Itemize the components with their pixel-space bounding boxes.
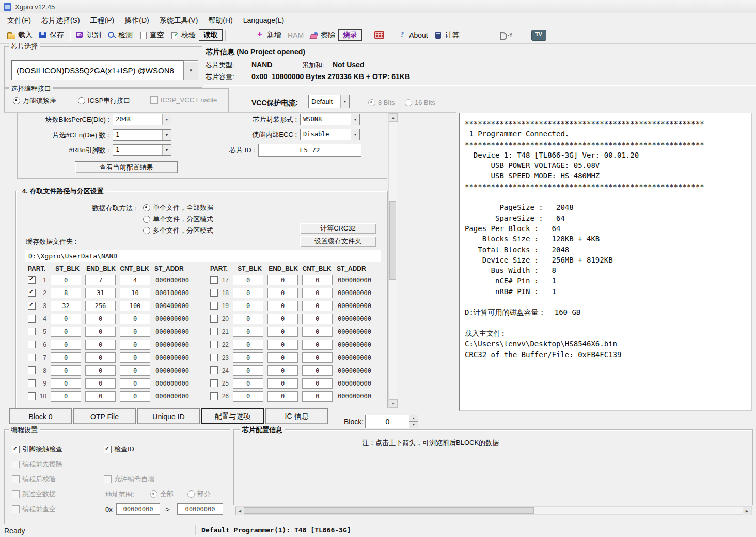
- toolbar-ram-button[interactable]: RAM: [285, 29, 307, 41]
- partition-st-blk-input[interactable]: 0: [233, 340, 263, 350]
- bottom-horizontal-scrollbar[interactable]: ◀ ▶: [235, 506, 752, 515]
- access-single-all-radio[interactable]: 单个文件，全部数据: [143, 203, 213, 212]
- partition-cnt-blk-input[interactable]: 0: [120, 340, 150, 350]
- tab-unique-id[interactable]: Unique ID: [137, 408, 200, 424]
- set-cache-folder-button[interactable]: 设置缓存文件夹: [300, 236, 376, 247]
- internal-ecc-combo[interactable]: Disable ▼: [300, 129, 360, 140]
- left-panel-scrollbar[interactable]: ▲ ▼: [388, 113, 397, 408]
- access-multi-part-radio[interactable]: 多个文件，分区模式: [143, 226, 213, 235]
- toolbar-test-button[interactable]: 检测: [104, 29, 136, 41]
- partition-enable-checkbox[interactable]: [210, 276, 218, 284]
- partition-st-blk-input[interactable]: 0: [233, 301, 263, 311]
- partition-end-blk-input[interactable]: 0: [85, 352, 116, 363]
- partition-st-blk-input[interactable]: 0: [233, 391, 263, 402]
- partition-cnt-blk-input[interactable]: 0: [302, 327, 333, 337]
- menu-file[interactable]: 文件(F): [2, 13, 36, 27]
- icsp-vcc-checkbox-option[interactable]: ICSP_VCC Enable: [150, 96, 217, 104]
- menu-project[interactable]: 工程(P): [85, 13, 120, 27]
- tab-otp-file[interactable]: OTP File: [73, 408, 136, 424]
- partition-cnt-blk-input[interactable]: 0: [302, 391, 333, 402]
- partition-end-blk-input[interactable]: 0: [85, 391, 116, 402]
- partition-cnt-blk-input[interactable]: 0: [302, 288, 333, 298]
- partition-enable-checkbox[interactable]: [210, 289, 218, 297]
- chip-id-field[interactable]: E5 72: [258, 144, 361, 157]
- menu-operation[interactable]: 操作(D): [119, 13, 154, 27]
- partition-st-blk-input[interactable]: 0: [233, 288, 263, 298]
- toolbar-save-button[interactable]: 保存: [36, 29, 67, 41]
- package-combo[interactable]: WSON8 ▼: [300, 114, 360, 125]
- partition-cnt-blk-input[interactable]: 0: [120, 378, 150, 389]
- partition-st-blk-input[interactable]: 0: [233, 378, 263, 389]
- toolbar-calc-button[interactable]: 计算: [431, 29, 463, 41]
- partition-end-blk-input[interactable]: 0: [85, 365, 116, 376]
- partition-st-blk-input[interactable]: 0: [51, 314, 81, 324]
- partition-enable-checkbox[interactable]: [28, 302, 36, 310]
- erase-before-checkbox[interactable]: 编程前先擦除: [12, 459, 62, 469]
- rbn-count-combo[interactable]: 1 ▼: [113, 144, 171, 156]
- partition-enable-checkbox[interactable]: [28, 289, 36, 297]
- partition-st-blk-input[interactable]: 32: [51, 301, 81, 311]
- partition-cnt-blk-input[interactable]: 0: [302, 340, 333, 350]
- partition-end-blk-input[interactable]: 0: [267, 275, 298, 285]
- partition-end-blk-input[interactable]: 256: [85, 301, 116, 311]
- partition-st-blk-input[interactable]: 0: [51, 378, 81, 389]
- partition-end-blk-input[interactable]: 0: [267, 288, 298, 298]
- partition-enable-checkbox[interactable]: [28, 341, 36, 348]
- partition-enable-checkbox[interactable]: [28, 379, 36, 387]
- socket-radio-option[interactable]: 万能锁紧座: [13, 96, 56, 105]
- partition-cnt-blk-input[interactable]: 0: [120, 314, 150, 324]
- partition-enable-checkbox[interactable]: [28, 315, 36, 323]
- auto-increment-checkbox[interactable]: 允许编号自增: [104, 474, 154, 484]
- toolbar-new-button[interactable]: 新增: [253, 29, 285, 41]
- partition-st-blk-input[interactable]: 0: [233, 275, 263, 285]
- partition-enable-checkbox[interactable]: [28, 366, 36, 374]
- partition-cnt-blk-input[interactable]: 0: [302, 365, 333, 376]
- bus-8bits-radio-option[interactable]: 8 Bits: [368, 99, 395, 106]
- menu-help[interactable]: 帮助(H): [203, 13, 238, 27]
- partition-end-blk-input[interactable]: 7: [85, 275, 116, 285]
- partition-cnt-blk-input[interactable]: 0: [120, 327, 150, 337]
- toolbar-blank-check-button[interactable]: 查空: [136, 29, 167, 41]
- scroll-left-button[interactable]: ◀: [235, 507, 244, 515]
- partition-enable-checkbox[interactable]: [210, 302, 218, 310]
- partition-st-blk-input[interactable]: 0: [51, 365, 81, 376]
- partition-cnt-blk-input[interactable]: 0: [302, 352, 333, 363]
- vertical-scrollbar-thumb[interactable]: [389, 201, 396, 280]
- block-number-field[interactable]: 0: [365, 415, 410, 428]
- calc-crc32-button[interactable]: 计算CRC32: [300, 223, 376, 234]
- partition-cnt-blk-input[interactable]: 0: [302, 314, 333, 324]
- partition-st-blk-input[interactable]: 0: [51, 327, 81, 337]
- vcc-current-combo[interactable]: Default ▼: [308, 95, 350, 108]
- toolbar-about-button[interactable]: About: [395, 29, 431, 41]
- toolbar-read-button[interactable]: 读取: [199, 29, 223, 41]
- scroll-up-button[interactable]: ▲: [389, 113, 398, 122]
- toolbar-verify-button[interactable]: 校验: [167, 29, 199, 41]
- partition-enable-checkbox[interactable]: [28, 276, 36, 284]
- blocks-per-ce-combo[interactable]: 2048 ▼: [113, 114, 171, 125]
- partition-st-blk-input[interactable]: 0: [233, 365, 263, 376]
- blank-check-before-checkbox[interactable]: 编程前查空: [12, 504, 56, 514]
- partition-end-blk-input[interactable]: 0: [267, 378, 298, 389]
- partition-st-blk-input[interactable]: 8: [51, 288, 81, 298]
- skip-blank-checkbox[interactable]: 跳过空数据: [12, 489, 56, 499]
- horizontal-scrollbar-thumb[interactable]: [244, 507, 534, 514]
- view-config-button[interactable]: 查看当前配置结果: [75, 161, 178, 173]
- partition-enable-checkbox[interactable]: [210, 392, 218, 400]
- partition-st-blk-input[interactable]: 0: [51, 340, 81, 350]
- partition-cnt-blk-input[interactable]: 100: [120, 301, 150, 311]
- menu-system-tools[interactable]: 系统工具(V): [154, 13, 203, 27]
- partition-end-blk-input[interactable]: 0: [267, 314, 298, 324]
- partition-enable-checkbox[interactable]: [210, 341, 218, 348]
- partition-enable-checkbox[interactable]: [28, 354, 36, 361]
- range-all-radio[interactable]: 全部: [150, 489, 174, 499]
- partition-cnt-blk-input[interactable]: 0: [120, 391, 150, 402]
- partition-end-blk-input[interactable]: 0: [85, 340, 116, 350]
- block-spin-down-button[interactable]: ▼: [409, 421, 418, 428]
- partition-end-blk-input[interactable]: 0: [85, 314, 116, 324]
- ce-count-combo[interactable]: 1 ▼: [113, 129, 171, 141]
- partition-end-blk-input[interactable]: 0: [267, 391, 298, 402]
- scroll-down-button[interactable]: ▼: [389, 399, 398, 408]
- partition-enable-checkbox[interactable]: [210, 366, 218, 374]
- console-panel[interactable]: ****************************************…: [459, 113, 752, 411]
- check-id-checkbox[interactable]: 检查ID: [104, 444, 134, 454]
